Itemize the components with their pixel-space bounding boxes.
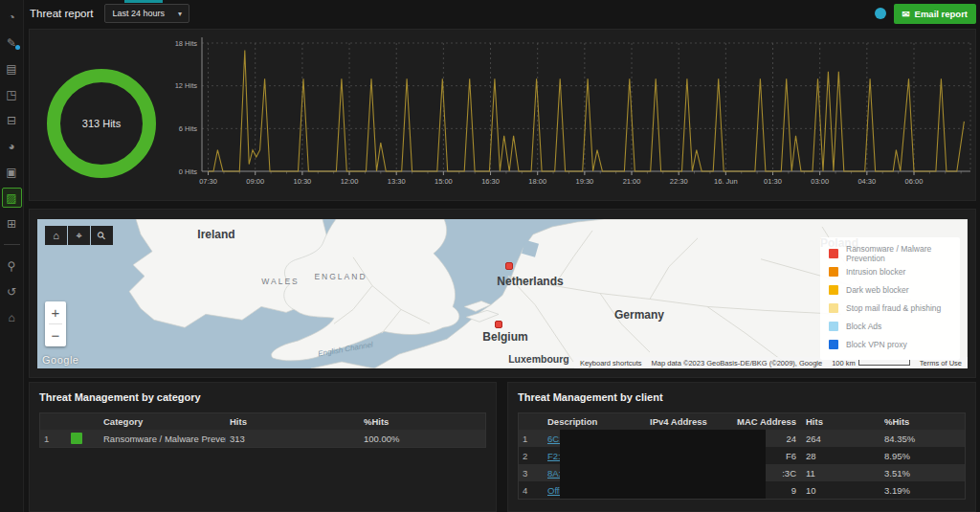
x-tick-label: 21:00 <box>623 177 641 186</box>
legend-label: Ransomware / Malware Prevention <box>846 244 951 263</box>
map-tool-magnifier-icon[interactable]: ⚲ <box>91 226 113 245</box>
legend-label: Block Ads <box>846 322 881 331</box>
row-index: 2 <box>519 451 544 461</box>
row-swatch-cell <box>67 433 100 444</box>
map-tool-center-target-icon[interactable]: ⌖ <box>68 226 90 245</box>
accent-dot <box>15 45 20 50</box>
scale-bar <box>858 360 910 366</box>
map-tool-home-icon[interactable]: ⌂ <box>45 226 67 245</box>
row-index: 1 <box>40 434 67 444</box>
legend-swatch <box>829 303 838 313</box>
legend-label: Dark web blocker <box>846 285 909 295</box>
legend-item: Block VPN proxy <box>829 335 951 353</box>
sidebar-item-history-icon[interactable]: ↺ <box>2 281 22 301</box>
donut-center-label: 313 Hits <box>47 69 156 178</box>
table-header-row: CategoryHits%Hits <box>40 413 485 430</box>
sidebar: ◔✎▤◳⊟◕▣▨⊞⚲↺⌂ <box>0 0 24 512</box>
help-icon[interactable] <box>875 8 886 19</box>
email-report-button[interactable]: ✉ Email report <box>894 4 976 24</box>
legend-item: Intrusion blocker <box>829 262 951 280</box>
sidebar-item-table-view-icon[interactable]: ▤ <box>2 58 22 78</box>
x-tick-label: 12:00 <box>341 177 359 186</box>
magnifier-icon: ⚲ <box>95 229 109 243</box>
time-range-dropdown[interactable]: Last 24 hours ▾ <box>104 4 189 23</box>
threat-report-screen: ◔✎▤◳⊟◕▣▨⊞⚲↺⌂ Threat report Last 24 hours… <box>0 0 980 512</box>
hits-donut-chart: 313 Hits <box>47 69 156 178</box>
y-tick-label: 6 Hits <box>179 124 197 133</box>
table-header-row: DescriptionIPv4 AddressMAC AddressHits%H… <box>519 413 965 430</box>
row-hits: 264 <box>802 434 880 444</box>
topbar: Threat report Last 24 hours ▾ ✉ Email re… <box>24 0 980 27</box>
page-title: Threat report <box>30 8 93 19</box>
map-canvas[interactable]: IrelandWALESENGLANDEnglish ChannelNether… <box>37 219 968 368</box>
header-category: Category <box>100 416 226 427</box>
category-table: CategoryHits%Hits1Ransomware / Malware P… <box>39 412 486 448</box>
map-data-text: Map data ©2023 GeoBasis-DE/BKG (©2009), … <box>652 359 823 367</box>
row-pct: 8.95% <box>880 451 965 461</box>
table-row: 1Ransomware / Malware Prevention313100.0… <box>40 430 485 447</box>
row-pct: 3.51% <box>880 468 965 479</box>
home-icon: ⌂ <box>53 230 59 241</box>
envelope-icon: ✉ <box>902 9 910 19</box>
row-hits: 11 <box>802 468 880 479</box>
map-toolbar: ⌂⌖⚲ <box>45 226 113 245</box>
x-tick-label: 09:00 <box>246 177 264 186</box>
row-index: 4 <box>519 485 544 496</box>
map-panel: IrelandWALESENGLANDEnglish ChannelNether… <box>29 209 976 378</box>
header-pct: %Hits <box>880 416 965 427</box>
sidebar-item-device-report-icon[interactable]: ⊟ <box>2 110 22 130</box>
x-tick-label: 03:00 <box>811 177 829 186</box>
map-zoom-control: + − <box>45 301 66 346</box>
sidebar-item-chart-report-icon[interactable]: ▣ <box>2 162 22 182</box>
sidebar-item-threat-report-icon[interactable]: ▨ <box>2 188 22 208</box>
redaction-overlay <box>560 430 766 499</box>
row-pct: 3.19% <box>880 485 965 496</box>
header-description: Description <box>544 416 646 427</box>
header-hits: Hits <box>226 416 360 427</box>
legend-swatch <box>829 249 838 258</box>
legend-swatch <box>829 340 838 349</box>
threat-location-marker[interactable] <box>495 321 502 328</box>
sidebar-item-design-icon[interactable]: ✎ <box>2 33 22 53</box>
keyboard-shortcuts-link[interactable]: Keyboard shortcuts <box>580 359 642 367</box>
header-pct: %Hits <box>360 416 485 427</box>
legend-swatch <box>829 322 838 331</box>
y-tick-label: 18 Hits <box>175 39 198 48</box>
client-table-panel: DescriptionIPv4 AddressMAC AddressHits%H… <box>507 382 976 512</box>
legend-label: Block VPN proxy <box>846 340 907 349</box>
sidebar-item-security-key-icon[interactable]: ⚲ <box>2 256 22 276</box>
category-table-title: Threat Management by category <box>39 391 201 403</box>
x-tick-label: 15:00 <box>434 177 453 186</box>
x-tick-label: 19:30 <box>575 177 593 186</box>
row-hits: 28 <box>802 451 880 461</box>
x-tick-label: 01:30 <box>764 177 782 186</box>
x-tick-label: 16:30 <box>481 177 500 186</box>
legend-item: Ransomware / Malware Prevention <box>829 244 951 262</box>
x-tick-label: 06:00 <box>905 177 924 186</box>
charts-panel: 313 Hits 18 Hits12 Hits6 Hits0 Hits07:30… <box>29 29 976 201</box>
sidebar-divider <box>4 244 20 245</box>
x-tick-label: 16. Jun <box>714 177 738 186</box>
zoom-in-button[interactable]: + <box>45 301 66 323</box>
sidebar-item-export-report-icon[interactable]: ◳ <box>2 84 22 104</box>
email-report-label: Email report <box>915 9 968 19</box>
row-index: 3 <box>519 468 544 479</box>
row-hits: 313 <box>226 434 360 444</box>
threat-location-marker[interactable] <box>505 262 513 270</box>
x-tick-label: 07:30 <box>199 177 217 186</box>
sidebar-item-pie-report-icon[interactable]: ◕ <box>2 136 22 156</box>
header-hits: Hits <box>802 416 880 427</box>
hits-timeline-chart: 18 Hits12 Hits6 Hits0 Hits07:3009:0010:3… <box>162 32 975 196</box>
sidebar-item-dashboard-icon[interactable]: ◔ <box>2 7 22 27</box>
sidebar-item-organization-icon[interactable]: ⌂ <box>2 307 22 327</box>
google-logo[interactable]: Google <box>42 354 78 366</box>
legend-item: Dark web blocker <box>829 280 951 299</box>
sidebar-item-add-report-icon[interactable]: ⊞ <box>2 213 22 234</box>
row-category: Ransomware / Malware Prevention <box>100 434 226 444</box>
zoom-out-button[interactable]: − <box>45 324 66 346</box>
legend-label: Stop mail fraud & phishing <box>846 303 941 313</box>
y-tick-label: 12 Hits <box>175 81 198 90</box>
header-ipv4: IPv4 Address <box>646 416 725 427</box>
client-table: DescriptionIPv4 AddressMAC AddressHits%H… <box>518 412 966 500</box>
legend-swatch <box>829 267 838 277</box>
